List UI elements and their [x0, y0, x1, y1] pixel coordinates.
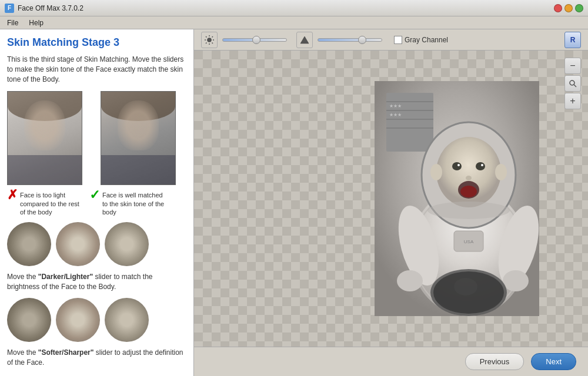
- svg-line-8: [206, 42, 207, 43]
- menu-item-file[interactable]: File: [2, 18, 23, 28]
- svg-point-38: [503, 270, 529, 291]
- face-photo-correct: [101, 91, 176, 185]
- svg-line-6: [212, 42, 213, 43]
- compare-col-left: [7, 91, 93, 185]
- contrast-slider-track[interactable]: [318, 38, 382, 42]
- small-face-4: [7, 298, 51, 342]
- status-caption-right: Face is well matched to the skin tone of…: [102, 191, 165, 216]
- brightness-icon: [204, 35, 215, 45]
- app-icon: F: [5, 4, 14, 13]
- svg-point-30: [460, 186, 477, 197]
- softer-sharper-bold: "Softer/Sharper": [38, 348, 94, 357]
- zoom-in-button[interactable]: +: [564, 93, 581, 109]
- svg-point-41: [454, 278, 477, 296]
- brightness-slider-group: [222, 38, 287, 42]
- canvas-area: ★★★ ★★★: [194, 51, 588, 347]
- maximize-button[interactable]: [575, 4, 583, 12]
- darker-lighter-bold: "Darker/Lighter": [38, 273, 93, 281]
- left-panel: Skin Matching Stage 3 This is the third …: [0, 29, 194, 376]
- brightness-slider-track[interactable]: [222, 38, 287, 42]
- right-panel: Gray Channel R: [194, 29, 588, 376]
- svg-line-5: [206, 36, 207, 38]
- body-right: [101, 155, 175, 184]
- svg-point-27: [481, 164, 483, 166]
- panel-description: This is the third stage of Skin Matching…: [7, 55, 186, 84]
- panel-title: Skin Matching Stage 3: [7, 36, 186, 49]
- close-button[interactable]: [554, 4, 562, 12]
- face-shape-right: [118, 100, 159, 150]
- status-col-right: ✓ Face is well matched to the skin tone …: [89, 189, 165, 216]
- astronaut-svg: ★★★ ★★★: [375, 81, 539, 316]
- svg-point-32: [495, 164, 507, 180]
- status-caption-left: Face is too light compared to the rest o…: [20, 191, 82, 216]
- svg-point-28: [466, 176, 472, 180]
- svg-text:USA: USA: [464, 239, 474, 244]
- menu-item-help[interactable]: Help: [24, 18, 48, 28]
- face-comparison: [7, 91, 186, 185]
- gray-channel-group: Gray Channel: [394, 36, 448, 44]
- astronaut-photo: ★★★ ★★★: [375, 81, 539, 316]
- status-col-left: ✗ Face is too light compared to the rest…: [7, 189, 82, 216]
- gray-channel-label: Gray Channel: [405, 36, 448, 44]
- zoom-out-button[interactable]: −: [564, 58, 581, 74]
- svg-line-43: [574, 85, 576, 87]
- next-button[interactable]: Next: [531, 353, 576, 370]
- svg-line-7: [212, 36, 213, 38]
- svg-point-42: [570, 80, 574, 85]
- svg-point-36: [427, 202, 510, 219]
- svg-point-0: [208, 38, 212, 42]
- brightness-icon-btn[interactable]: [201, 32, 218, 48]
- svg-point-25: [476, 162, 485, 170]
- menu-bar: File Help: [0, 16, 588, 29]
- zoom-fit-icon: [569, 79, 577, 88]
- svg-text:★★★: ★★★: [389, 112, 402, 118]
- check-icon: ✓: [89, 189, 100, 202]
- small-face-2: [56, 222, 100, 266]
- svg-point-24: [452, 162, 462, 170]
- window-controls: [554, 4, 583, 12]
- small-face-6: [105, 298, 149, 342]
- contrast-slider-thumb[interactable]: [358, 36, 366, 44]
- toolbar: Gray Channel R: [194, 29, 588, 51]
- instruction-softer-sharper: Move the "Softer/Sharper" slider to adju…: [7, 348, 186, 368]
- small-face-1: [7, 222, 51, 266]
- r-button[interactable]: R: [564, 32, 581, 48]
- svg-text:★★★: ★★★: [389, 103, 402, 109]
- small-face-3: [105, 222, 149, 266]
- brightness-slider-thumb[interactable]: [252, 36, 260, 44]
- zoom-controls: − +: [564, 58, 581, 109]
- body-left: [8, 155, 82, 184]
- gray-channel-checkbox[interactable]: [394, 36, 402, 44]
- svg-marker-9: [300, 36, 309, 43]
- window-title: Face Off Max 3.7.0.2: [18, 4, 550, 12]
- status-row: ✗ Face is too light compared to the rest…: [7, 189, 186, 216]
- canvas-image: ★★★ ★★★: [375, 81, 539, 316]
- small-faces-row2: [7, 298, 186, 342]
- x-icon: ✗: [7, 189, 18, 202]
- contrast-icon-btn[interactable]: [296, 32, 313, 48]
- main-layout: Skin Matching Stage 3 This is the third …: [0, 29, 588, 376]
- face-photo-incorrect: [7, 91, 82, 185]
- small-face-5: [56, 298, 100, 342]
- title-bar: F Face Off Max 3.7.0.2: [0, 0, 588, 16]
- svg-point-37: [397, 270, 423, 291]
- face-shape-left: [24, 100, 65, 150]
- zoom-fit-button[interactable]: [564, 75, 581, 92]
- previous-button[interactable]: Previous: [465, 353, 524, 370]
- contrast-slider-group: [318, 38, 382, 42]
- instruction-darker-lighter: Move the "Darker/Lighter" slider to matc…: [7, 272, 186, 292]
- svg-point-26: [457, 164, 460, 166]
- svg-point-31: [430, 164, 442, 180]
- small-faces-row1: [7, 222, 186, 266]
- contrast-icon: [300, 35, 309, 45]
- bottom-bar: Previous Next: [194, 347, 588, 376]
- compare-col-right: [101, 91, 187, 185]
- minimize-button[interactable]: [564, 4, 573, 12]
